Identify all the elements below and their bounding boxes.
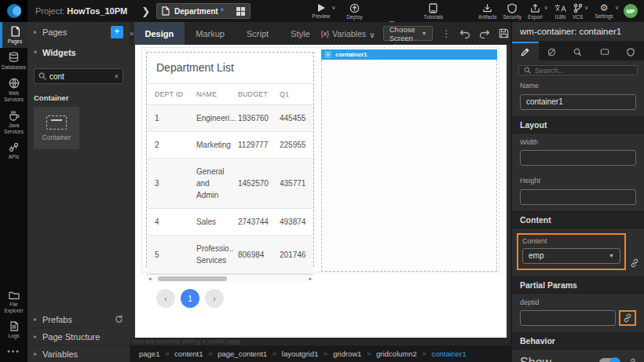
table-row[interactable]: 1 Engineeri... 1936760 445455 (147, 105, 313, 132)
bind-show-icon[interactable] (628, 358, 636, 362)
gridcolumn2[interactable]: + container1 (321, 49, 497, 272)
security-menu-button[interactable]: Security (503, 0, 521, 22)
sidebar-item-file-explorer[interactable]: File Explorer (0, 287, 27, 317)
deploy-button[interactable]: Deploy (346, 0, 362, 22)
page-structure-accordion[interactable]: ▸ Page Structure (27, 327, 130, 345)
settings-chevron-icon[interactable]: ∨ (615, 5, 619, 11)
widget-breadcrumb: page1 > content1 > page_content1 > layou… (130, 346, 510, 362)
breadcrumb-item[interactable]: gridrow1 (333, 349, 361, 358)
bind-deptid-icon[interactable] (619, 310, 636, 326)
prefabs-accordion[interactable]: ▸ Prefabs (27, 310, 130, 327)
tab-script[interactable]: Script (236, 22, 280, 45)
datatable-widget[interactable]: Department List DEPT ID NAME BUDGET Q1 (146, 52, 314, 267)
width-input[interactable] (520, 150, 636, 166)
col-header[interactable]: NAME (188, 84, 230, 105)
clear-search-icon[interactable]: × (114, 72, 119, 81)
user-avatar[interactable]: MP (624, 4, 638, 18)
section-layout[interactable]: Layout (512, 116, 644, 133)
vcs-button[interactable]: VCS (573, 0, 583, 22)
pages-icon (10, 26, 20, 37)
breadcrumb-item[interactable]: layoutgrid1 (282, 349, 318, 358)
table-row[interactable]: 2 Marketing 1129777 225955 (147, 132, 313, 159)
sidebar-item-java-services[interactable]: Java Services (0, 107, 27, 138)
refresh-icon[interactable] (115, 315, 123, 324)
height-input[interactable] (520, 189, 636, 205)
widgets-accordion[interactable]: ▾ Widgets (27, 42, 130, 63)
more-options-icon[interactable]: ⋮ (441, 28, 451, 39)
save-button[interactable] (499, 28, 509, 38)
deptid-input[interactable] (520, 310, 616, 326)
sidebar-item-apis[interactable]: APIs (0, 138, 27, 163)
col-header[interactable]: DEPT ID (147, 84, 188, 105)
canvas-page[interactable]: Department List DEPT ID NAME BUDGET Q1 (135, 45, 507, 338)
sidebar-item-web-services[interactable]: Web Services (0, 74, 27, 106)
pages-accordion[interactable]: ▸ Pages + (27, 22, 130, 42)
tab-devices[interactable] (591, 42, 618, 60)
next-page-button[interactable]: › (205, 289, 224, 308)
export-chevron-icon[interactable]: ∨ (544, 5, 548, 11)
preview-button[interactable]: Preview (312, 0, 330, 22)
tab-markup[interactable]: Markup (185, 22, 236, 45)
export-button[interactable]: Export (528, 0, 543, 22)
search-icon (38, 72, 46, 80)
design-canvas[interactable]: Department List DEPT ID NAME BUDGET Q1 (130, 45, 510, 338)
container1-widget[interactable] (321, 60, 497, 272)
section-partial-params[interactable]: Partial Params (512, 276, 644, 294)
screen-size-select[interactable]: -- Choose Screen Size -- ▼ (383, 26, 434, 41)
preview-chevron-icon[interactable]: ∨ (331, 5, 335, 11)
tab-styles[interactable] (539, 42, 565, 60)
show-toggle[interactable] (599, 358, 620, 362)
redo-button[interactable] (479, 29, 490, 38)
tab-style[interactable]: Style (280, 22, 320, 45)
table-row[interactable]: 4 Sales 2743744 493874 (147, 209, 313, 236)
add-widget-icon[interactable]: + (324, 51, 331, 58)
sidebar-item-pages[interactable]: Pages (0, 22, 27, 48)
breadcrumb-item[interactable]: page1 (139, 349, 159, 358)
scroll-left-icon[interactable]: ◂ (148, 275, 152, 283)
container-widget-tile[interactable]: Container (34, 107, 79, 149)
breadcrumb-item[interactable]: content1 (174, 349, 203, 358)
undo-button[interactable] (459, 29, 470, 38)
prev-page-button[interactable]: ‹ (156, 289, 175, 308)
i18n-button[interactable]: I18N (554, 0, 566, 22)
page-switcher-icon[interactable] (236, 7, 245, 16)
tab-security[interactable] (617, 42, 644, 60)
variables-button[interactable]: {x} Variables ∨ (321, 28, 375, 39)
content-select[interactable]: emp ▼ (522, 248, 620, 264)
section-behavior[interactable]: Behavior (512, 332, 644, 349)
table-row[interactable]: 5 Professio.. Services 806984 201746 (147, 236, 313, 274)
add-page-button[interactable]: + (111, 26, 123, 38)
logo-box[interactable] (0, 0, 27, 22)
col-header[interactable]: Q1 (272, 84, 313, 105)
vcs-chevron-icon[interactable]: ∨ (584, 5, 588, 11)
bind-content-icon[interactable] (630, 258, 639, 270)
breadcrumb-item[interactable]: page_content1 (218, 349, 267, 358)
table-horizontal-scrollbar[interactable]: ◂ ▸ (147, 274, 313, 282)
sidebar-item-logs[interactable]: Logs (0, 317, 27, 342)
variables-accordion[interactable]: ▸ Variables (27, 345, 130, 362)
breadcrumb-item[interactable]: gridcolumn2 (376, 349, 417, 358)
scroll-right-icon[interactable]: ▸ (309, 275, 312, 283)
tab-design[interactable]: Design (134, 22, 185, 45)
tab-events[interactable] (565, 42, 591, 60)
sidebar-item-databases[interactable]: Databases (0, 48, 27, 74)
table-row[interactable]: 3 General and Admin 1452570 435771 (147, 159, 313, 209)
more-menu-icon[interactable]: ••• (0, 342, 27, 362)
tutorials-button[interactable]: Tutorials (424, 0, 444, 22)
settings-button[interactable]: ⚙ Settings (595, 0, 613, 22)
gridrow-outline[interactable]: Department List DEPT ID NAME BUDGET Q1 (141, 47, 499, 272)
current-page-button[interactable]: 1 (181, 289, 199, 308)
widget-search-input[interactable] (49, 72, 111, 81)
section-content[interactable]: Content (512, 211, 644, 229)
col-header[interactable]: BUDGET (230, 84, 272, 105)
property-search-input[interactable] (535, 66, 632, 75)
name-input[interactable] (520, 94, 636, 110)
gridcolumn1[interactable]: Department List DEPT ID NAME BUDGET Q1 (142, 48, 317, 272)
artifacts-button[interactable]: Artifacts (478, 0, 496, 22)
page-selector[interactable]: Department * (156, 3, 251, 19)
tab-properties[interactable] (512, 42, 539, 60)
container1-selection-bar[interactable]: + container1 (321, 49, 497, 60)
department-table: DEPT ID NAME BUDGET Q1 1 Eng (147, 84, 313, 274)
breadcrumb-item-active[interactable]: container1 (431, 349, 466, 358)
scrollbar-thumb[interactable] (158, 276, 227, 281)
